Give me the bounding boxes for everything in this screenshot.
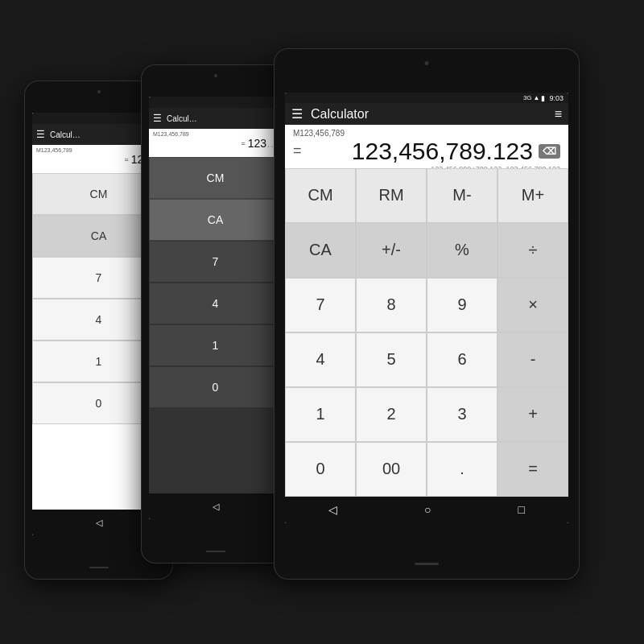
btn-7-2[interactable]: 7 (149, 241, 282, 283)
btn-8-3[interactable]: 8 (356, 278, 427, 332)
recent-icon-3[interactable]: □ (518, 503, 525, 516)
button-grid-3: CM RM M- M+ CA +/- % ÷ 7 8 9 × (285, 168, 568, 497)
btn-equals-3[interactable]: = (497, 442, 568, 497)
battery-icon-3: ▮ (541, 94, 545, 102)
btn-3-3[interactable]: 3 (427, 387, 497, 442)
home-icon-3[interactable]: ○ (424, 503, 431, 516)
app-title-3: Calculator (311, 107, 555, 122)
btn-divide-3[interactable]: ÷ (497, 223, 568, 278)
camera-dot-1 (97, 90, 101, 93)
phone-2-screen: ▮ ☰ Calcul… M123,456,789 = 123… (149, 97, 282, 519)
scene: ▮ ☰ Calcul… M123,456,789 = 123… (0, 0, 644, 644)
btn-mplus-3[interactable]: M+ (497, 168, 568, 223)
btn-5-3[interactable]: 5 (356, 332, 427, 387)
signal-3g: 3G (523, 94, 532, 101)
equals-3: = (293, 142, 302, 159)
camera-dot-3 (425, 61, 429, 65)
btn-cm-3[interactable]: CM (285, 168, 356, 223)
backspace-btn-3[interactable]: ⌫ (539, 144, 560, 159)
speaker-3 (415, 563, 439, 565)
back-icon-3[interactable]: ◁ (328, 503, 337, 516)
speaker-1 (89, 567, 109, 568)
nav-bar-3: ◁ ○ □ (285, 497, 568, 523)
equals-1: = (124, 155, 128, 163)
display-2: M123,456,789 = 123… (149, 129, 282, 157)
status-icons-3: 3G ▲ ▮ 9:03 (523, 94, 564, 102)
btn-cm-2[interactable]: CM (149, 157, 282, 199)
nav-bar-2: ◁ (149, 493, 282, 519)
result-line-2: = 123… (153, 137, 278, 150)
btn-plusminus-3[interactable]: +/- (356, 223, 427, 278)
status-bar-2: ▮ (149, 97, 282, 108)
menu-icon-2[interactable]: ☰ (153, 113, 162, 124)
btn-0-3[interactable]: 0 (285, 442, 356, 497)
wifi-icon: ▲ (534, 94, 540, 101)
btn-ca-3[interactable]: CA (285, 223, 356, 278)
btn-6-3[interactable]: 6 (427, 332, 497, 387)
speaker-2 (206, 551, 225, 552)
btn-dot-3[interactable]: . (427, 442, 497, 497)
btn-ca-2[interactable]: CA (149, 199, 282, 241)
btn-00-3[interactable]: 00 (356, 442, 427, 497)
result-line-3: = 123,456,789.123 ⌫ (293, 138, 560, 165)
btn-7-3[interactable]: 7 (285, 278, 356, 332)
btn-9-3[interactable]: 9 (427, 278, 497, 332)
back-icon-1[interactable]: ◁ (96, 518, 102, 528)
calc-body-3: CM RM M- M+ CA +/- % ÷ 7 8 9 × (285, 168, 568, 497)
memory-3: M123,456,789 (293, 129, 560, 138)
btn-multiply-3[interactable]: × (497, 278, 568, 332)
btn-rm-3[interactable]: RM (356, 168, 427, 223)
phone-3-screen: 3G ▲ ▮ 9:03 ☰ Calculator ≡ M123,456,789 (285, 93, 568, 523)
btn-plus-3[interactable]: + (497, 387, 568, 442)
btn-minus-3[interactable]: - (497, 332, 568, 387)
btn-mminus-3[interactable]: M- (427, 168, 497, 223)
more-icon-3[interactable]: ≡ (555, 107, 562, 122)
app-bar-3: ☰ Calculator ≡ (285, 103, 568, 125)
memory-2: M123,456,789 (153, 131, 278, 137)
phone-2: ▮ ☰ Calcul… M123,456,789 = 123… (141, 64, 290, 564)
app-bar-2: ☰ Calcul… (149, 108, 282, 129)
btn-4-2[interactable]: 4 (149, 283, 282, 324)
menu-icon-1[interactable]: ☰ (36, 129, 45, 140)
btn-0-2[interactable]: 0 (149, 366, 282, 408)
btn-percent-3[interactable]: % (427, 223, 497, 278)
btn-2-3[interactable]: 2 (356, 387, 427, 442)
equals-2: = (241, 139, 245, 147)
menu-icon-3[interactable]: ☰ (291, 106, 303, 122)
camera-dot-2 (214, 74, 217, 77)
btn-1-3[interactable]: 1 (285, 387, 356, 442)
btn-1-2[interactable]: 1 (149, 324, 282, 366)
result-3: 123,456,789.123 (304, 138, 533, 165)
back-icon-2[interactable]: ◁ (213, 502, 219, 512)
app-title-2: Calcul… (167, 114, 278, 123)
calc-body-2: CM CA 7 4 1 0 (149, 157, 282, 493)
phone-3: 3G ▲ ▮ 9:03 ☰ Calculator ≡ M123,456,789 (274, 48, 580, 580)
display-3: M123,456,789 = 123,456,789.123 ⌫ 123,456… (285, 125, 568, 168)
status-bar-3: 3G ▲ ▮ 9:03 (285, 93, 568, 103)
btn-4-3[interactable]: 4 (285, 332, 356, 387)
time-display: 9:03 (549, 94, 564, 102)
